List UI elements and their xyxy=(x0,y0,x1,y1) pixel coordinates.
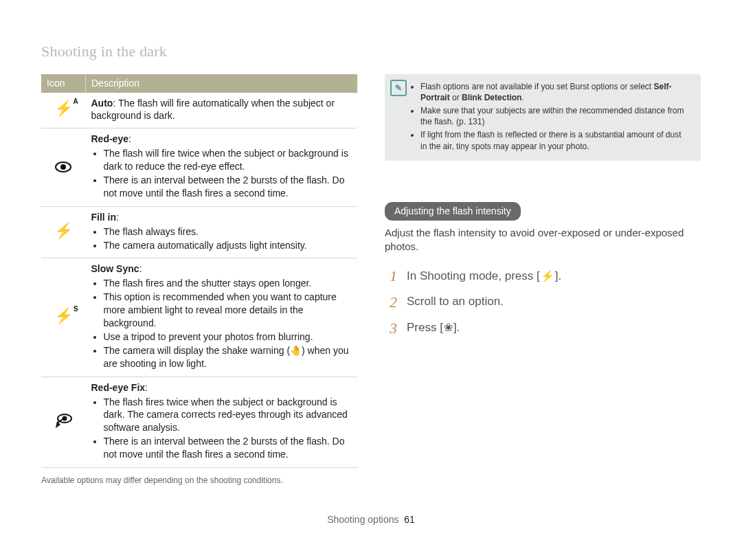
step-number: 2 xyxy=(385,292,397,313)
step-item: 2 Scroll to an option. xyxy=(385,292,701,313)
steps-list: 1 In Shooting mode, press [⚡]. 2 Scroll … xyxy=(385,266,701,338)
table-header-icon: Icon xyxy=(41,74,86,93)
step-number: 1 xyxy=(385,266,397,287)
svg-point-1 xyxy=(60,164,66,170)
table-footnote: Available options may differ depending o… xyxy=(41,475,357,486)
row-title: Red-eye xyxy=(91,133,128,144)
note-item: Make sure that your subjects are within … xyxy=(420,105,690,127)
step-number: 3 xyxy=(385,318,397,339)
table-row: Red-eye: The flash will fire twice when … xyxy=(41,128,357,206)
row-title: Slow Sync xyxy=(91,263,139,274)
right-column: ✎ Flash options are not available if you… xyxy=(385,74,701,486)
flash-fill-icon: ⚡ xyxy=(54,223,73,238)
row-bullets: The flash fires twice when the subject o… xyxy=(91,396,352,461)
table-row: ⚡A Auto: The flash will fire automatical… xyxy=(41,93,357,128)
row-title: Fill in xyxy=(91,212,117,223)
svg-point-3 xyxy=(63,416,67,421)
flash-slow-sync-icon: ⚡S xyxy=(54,309,73,324)
page-title: Shooting in the dark xyxy=(41,41,701,62)
note-item: Flash options are not available if you s… xyxy=(420,81,690,103)
red-eye-icon xyxy=(47,161,80,172)
macro-icon: ❀ xyxy=(443,322,453,333)
flash-options-table: Icon Description ⚡A Auto: The flash will… xyxy=(41,74,357,468)
red-eye-fix-icon xyxy=(47,413,80,429)
row-bullets: The flash will fire twice when the subje… xyxy=(91,147,352,200)
flash-options-table-column: Icon Description ⚡A Auto: The flash will… xyxy=(41,74,357,486)
flash-icon: ⚡ xyxy=(540,270,555,282)
table-row: Red-eye Fix: The flash fires twice when … xyxy=(41,377,357,467)
step-item: 1 In Shooting mode, press [⚡]. xyxy=(385,266,701,287)
note-box: ✎ Flash options are not available if you… xyxy=(385,74,701,161)
row-bullets: The flash fires and the shutter stays op… xyxy=(91,277,352,370)
note-icon: ✎ xyxy=(390,80,407,96)
section-heading-pill: Adjusting the flash intensity xyxy=(385,202,521,221)
row-title: Red-eye Fix xyxy=(91,382,146,393)
row-bullets: The flash always fires. The camera autom… xyxy=(91,225,352,252)
table-row: ⚡ Fill in: The flash always fires. The c… xyxy=(41,206,357,258)
flash-auto-icon: ⚡A xyxy=(54,101,73,116)
table-row: ⚡S Slow Sync: The flash fires and the sh… xyxy=(41,258,357,377)
note-item: If light from the flash is reflected or … xyxy=(420,129,690,151)
page-footer: Shooting options 61 xyxy=(41,513,701,526)
row-text: Auto: The flash will fire automatically … xyxy=(91,98,335,122)
step-item: 3 Press [❀]. xyxy=(385,318,701,339)
section-intro-text: Adjust the flash intensity to avoid over… xyxy=(385,226,701,254)
table-header-description: Description xyxy=(86,74,358,93)
